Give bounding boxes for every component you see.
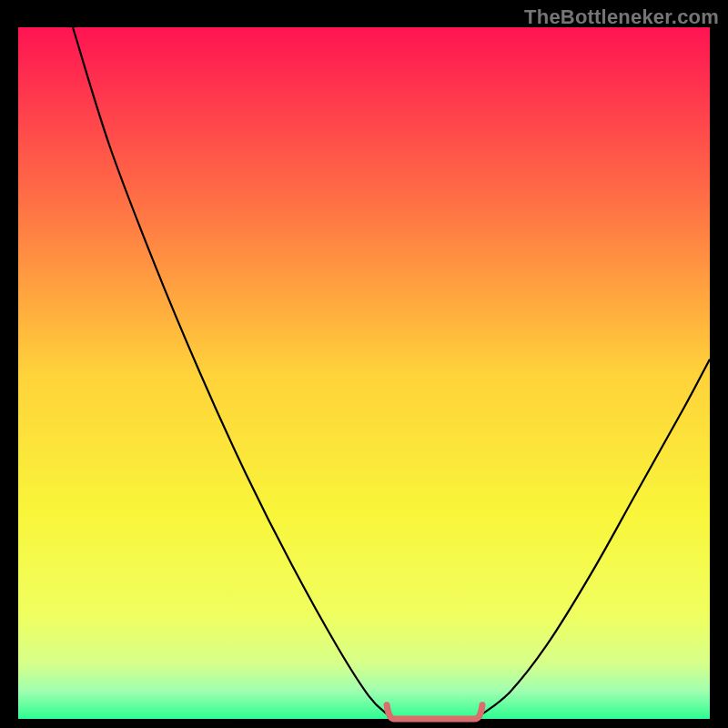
bottleneck-chart — [0, 0, 728, 728]
chart-frame: TheBottleneker.com — [0, 0, 728, 728]
chart-background — [18, 27, 710, 719]
